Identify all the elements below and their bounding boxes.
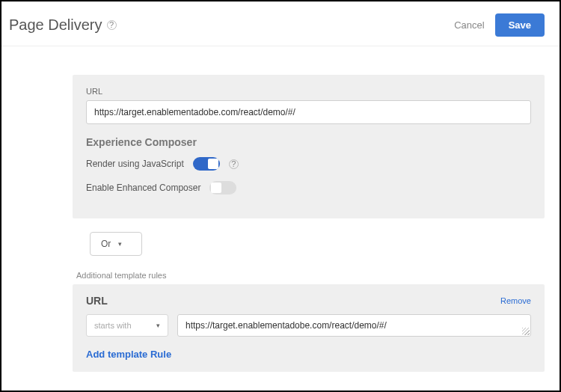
render-js-toggle[interactable] (193, 157, 220, 171)
operator-select[interactable]: Or ▾ (90, 232, 142, 256)
url-panel: URL Experience Composer Render using Jav… (73, 75, 545, 218)
save-button[interactable]: Save (495, 13, 545, 37)
page-title: Page Delivery ? (9, 16, 117, 34)
url-input[interactable] (86, 100, 531, 124)
remove-rule-link[interactable]: Remove (500, 296, 531, 305)
page-title-text: Page Delivery (9, 16, 102, 34)
rule-panel: URL Remove starts with ▾ Add template Ru… (73, 284, 545, 372)
enhanced-toggle[interactable] (209, 181, 236, 195)
help-icon[interactable]: ? (229, 159, 239, 169)
rule-url-input[interactable] (177, 314, 531, 337)
additional-rules-heading: Additional template rules (76, 271, 560, 280)
rule-input-wrap (177, 314, 531, 337)
rule-title: URL (86, 295, 108, 307)
match-type-select[interactable]: starts with ▾ (86, 314, 168, 337)
rule-row: starts with ▾ (86, 314, 531, 337)
operator-value: Or (101, 239, 111, 249)
content-area: URL Experience Composer Render using Jav… (1, 46, 560, 372)
match-type-value: starts with (94, 321, 132, 330)
render-js-label: Render using JavaScript (86, 159, 184, 169)
help-icon[interactable]: ? (107, 20, 117, 30)
chevron-down-icon: ▾ (118, 240, 122, 248)
enhanced-row: Enable Enhanced Composer (86, 181, 531, 195)
composer-section-title: Experience Composer (86, 136, 531, 148)
chevron-down-icon: ▾ (156, 322, 160, 329)
add-template-rule-link[interactable]: Add template Rule (86, 349, 171, 360)
page-header: Page Delivery ? Cancel Save (1, 1, 560, 46)
cancel-button[interactable]: Cancel (454, 19, 484, 31)
rule-header: URL Remove (86, 295, 531, 307)
header-actions: Cancel Save (454, 13, 545, 37)
url-label: URL (86, 87, 531, 96)
enhanced-label: Enable Enhanced Composer (86, 183, 200, 193)
operator-row: Or ▾ (90, 232, 560, 256)
render-js-row: Render using JavaScript ? (86, 157, 531, 171)
